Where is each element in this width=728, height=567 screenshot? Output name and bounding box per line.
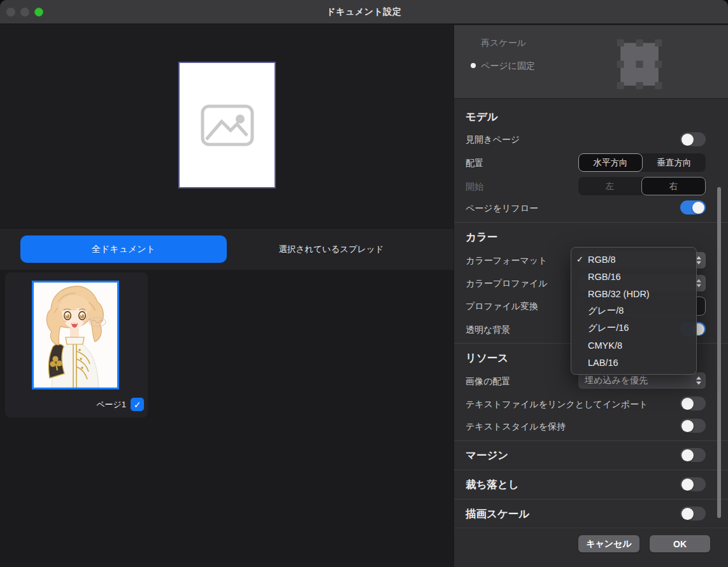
reflow-label: ページをリフロー [466,203,538,214]
separator [454,528,728,528]
separator [454,470,728,470]
menu-item-label: グレー/16 [588,322,629,334]
start-left-segment[interactable]: 左 [578,177,641,195]
anchor-to-page-option[interactable]: ページに固定 [481,60,535,72]
color-format-label: カラーフォーマット [466,255,547,267]
reflow-toggle[interactable] [680,200,706,214]
traffic-lights [6,0,43,24]
arrange-segmented-control: 水平方向 垂直方向 [578,153,706,172]
anchor-section: 再スケール ページに固定 [454,25,728,99]
checkmark-icon: ✓ [134,400,141,410]
up-down-chevrons-icon [696,279,701,288]
close-button[interactable] [6,8,15,17]
margins-section-header: マージン [466,449,508,463]
pages-list: ページ1 ✓ [0,270,453,567]
document-settings-dialog: ドキュメント設定 全ドキュメント 選択されているスプレッド [0,0,728,567]
page-card: ページ1 ✓ [5,272,148,417]
color-format-menu: ✓ RGB/8 RGB/16 RGB/32 (HDR) グレー/8 グレー/16… [571,247,697,375]
arrange-horizontal-segment[interactable]: 水平方向 [578,153,643,172]
page1-row: ページ1 ✓ [96,398,144,411]
separator [454,440,728,441]
model-section-header: モデル [466,110,498,124]
bleed-section-header: 裁ち落とし [466,478,519,492]
page1-thumbnail[interactable] [32,281,119,389]
import-text-linked-toggle[interactable] [680,396,706,410]
cancel-button[interactable]: キャンセル [578,535,639,552]
panel-scrollbar[interactable] [717,187,721,518]
separator [454,222,728,223]
menu-item-rgb16[interactable]: RGB/16 [571,268,696,285]
start-right-segment[interactable]: 右 [641,177,706,195]
margins-toggle[interactable] [680,448,706,462]
up-down-chevrons-icon [696,377,701,385]
menu-item-gray8[interactable]: グレー/8 [571,302,696,319]
bleed-toggle[interactable] [680,477,706,491]
menu-item-label: RGB/32 (HDR) [588,289,650,299]
menu-item-label: RGB/16 [588,272,621,282]
menu-item-cmyk8[interactable]: CMYK/8 [571,337,696,354]
menu-item-lab16[interactable]: LAB/16 [571,354,696,371]
minimize-button[interactable] [20,8,29,17]
menu-item-label: LAB/16 [588,358,618,368]
menu-item-label: グレー/8 [588,305,624,317]
page-preview [178,62,276,188]
arrange-label: 配置 [466,158,483,169]
selected-spread-tab[interactable]: 選択されているスプレッド [255,235,408,263]
color-profile-label: カラープロファイル [466,278,548,290]
draw-scale-section-header: 描画スケール [466,507,529,521]
menu-item-gray16[interactable]: グレー/16 [571,319,696,337]
spread-preview-area [0,25,453,228]
menu-item-rgb32-hdr[interactable]: RGB/32 (HDR) [571,285,696,302]
image-placement-label: 画像の配置 [466,376,510,388]
separator [454,499,728,500]
zoom-button[interactable] [34,8,43,17]
menu-item-rgb8[interactable]: ✓ RGB/8 [571,251,696,268]
radio-dot-icon [471,63,476,68]
all-documents-label: 全ドキュメント [92,244,155,255]
draw-scale-toggle[interactable] [680,507,706,521]
menu-item-label: RGB/8 [588,255,616,265]
profile-convert-label: プロファイル変換 [466,301,538,312]
titlebar: ドキュメント設定 [0,0,728,24]
page1-checkbox[interactable]: ✓ [131,398,144,411]
transparent-bg-label: 透明な背景 [466,325,510,336]
page1-artwork [34,283,117,388]
keep-text-styles-label: テキストスタイルを保持 [466,421,566,433]
menu-item-label: CMYK/8 [588,340,622,351]
window-title: ドキュメント設定 [0,6,728,18]
selected-spread-label: 選択されているスプレッド [278,244,383,255]
resources-section-header: リソース [466,351,508,365]
page1-label: ページ1 [96,399,126,410]
ok-button[interactable]: OK [650,535,710,552]
image-placeholder-icon [180,63,275,187]
selection-handles-icon [614,38,665,90]
scope-selector: 全ドキュメント 選択されているスプレッド [0,228,453,270]
import-text-linked-label: テキストファイルをリンクとしてインポート [466,399,648,410]
facing-pages-label: 見開きページ [466,134,520,146]
start-label: 開始 [466,181,483,193]
image-placement-value: 埋め込みを優先 [585,375,648,386]
all-documents-button[interactable]: 全ドキュメント [20,235,227,263]
start-segmented-control: 左 右 [578,177,706,195]
arrange-vertical-segment[interactable]: 垂直方向 [643,153,706,172]
up-down-chevrons-icon [696,256,701,265]
checkmark-icon: ✓ [576,255,583,264]
keep-text-styles-toggle[interactable] [680,419,706,433]
facing-pages-toggle[interactable] [680,132,706,146]
rescale-option[interactable]: 再スケール [481,38,526,49]
color-section-header: カラー [466,230,497,244]
